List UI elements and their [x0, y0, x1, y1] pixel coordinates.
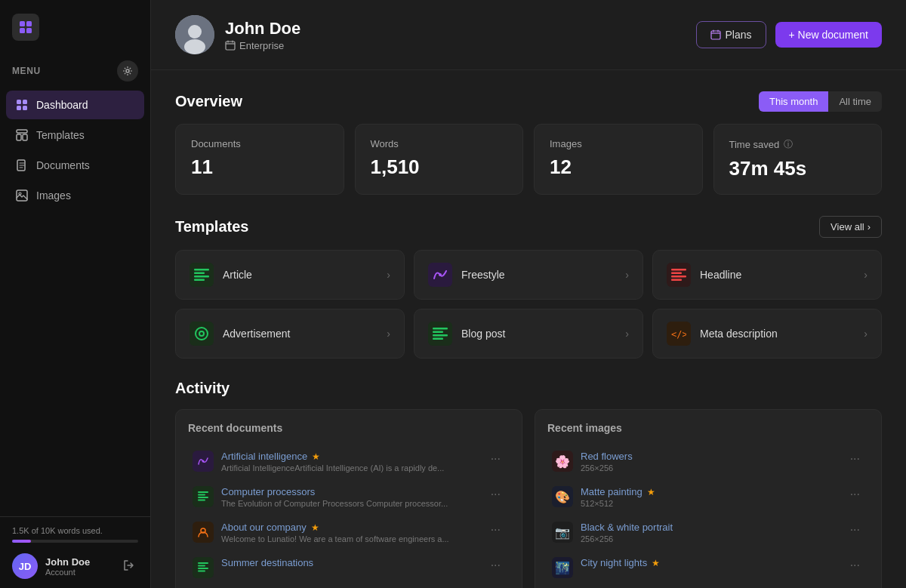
settings-button[interactable] [117, 60, 138, 82]
doc-item-summer[interactable]: Summer destinations ··· [188, 551, 510, 584]
sidebar-user-name: John Doe [45, 556, 112, 568]
template-card-advertisement[interactable]: Advertisement › [175, 309, 405, 359]
svg-rect-23 [194, 279, 205, 282]
img-item-city[interactable]: 🌃 City night lights ★ ··· [547, 551, 869, 584]
article-icon [190, 263, 214, 287]
documents-icon [15, 159, 29, 172]
img-flowers-more[interactable]: ··· [846, 451, 864, 467]
usage-bar [12, 540, 138, 543]
img-item-flowers[interactable]: 🌸 Red flowers 256×256 ··· [547, 445, 869, 479]
img-item-matte[interactable]: 🎨 Matte painting ★ 512×512 ··· [547, 480, 869, 514]
sidebar: MENU Dashboard [0, 0, 151, 588]
doc-ai-icon [193, 451, 214, 472]
freestyle-chevron: › [625, 269, 629, 281]
sidebar-item-images[interactable]: Images [6, 181, 144, 210]
img-flowers-meta: 256×256 [581, 463, 838, 473]
sidebar-item-images-label: Images [36, 189, 71, 202]
svg-point-30 [199, 331, 204, 336]
stat-card-images: Images 12 [534, 124, 703, 195]
freestyle-icon [428, 263, 452, 287]
stat-time-value: 37m 45s [729, 157, 867, 180]
templates-header: Templates View all › [175, 216, 882, 238]
sidebar-avatar: JD [12, 553, 38, 579]
template-card-article[interactable]: Article › [175, 250, 405, 300]
svg-rect-3 [26, 28, 32, 33]
svg-point-36 [202, 460, 205, 463]
doc-item-processors[interactable]: Computer processors The Evolution of Com… [188, 480, 510, 514]
img-matte-more[interactable]: ··· [846, 486, 864, 503]
templates-grid: Article › Freestyle › Headline [175, 250, 882, 359]
headline-icon [667, 263, 691, 287]
overview-title: Overview [175, 93, 242, 110]
img-city-more[interactable]: ··· [846, 557, 864, 574]
recent-images-label: Recent images [547, 422, 869, 434]
svg-rect-10 [17, 134, 21, 140]
svg-rect-5 [17, 100, 21, 104]
view-all-button[interactable]: View all › [819, 216, 882, 238]
img-item-portrait[interactable]: 📷 Black & white portrait 256×256 ··· [547, 516, 869, 550]
main-content: John Doe Enterprise Plans [151, 0, 906, 588]
doc-company-icon [193, 522, 214, 543]
sidebar-item-dashboard-label: Dashboard [36, 99, 88, 111]
svg-rect-20 [194, 269, 209, 271]
doc-company-more[interactable]: ··· [486, 522, 505, 538]
img-portrait-name: Black & white portrait [581, 522, 673, 533]
doc-summer-more[interactable]: ··· [486, 557, 505, 574]
img-portrait-more[interactable]: ··· [846, 522, 864, 538]
svg-rect-37 [198, 491, 208, 493]
svg-rect-32 [433, 331, 443, 334]
doc-processors-more[interactable]: ··· [486, 486, 505, 503]
template-card-blogpost[interactable]: Blog post › [414, 309, 643, 359]
article-chevron: › [387, 269, 390, 281]
doc-ai-more[interactable]: ··· [486, 451, 505, 467]
template-card-meta[interactable]: </> Meta description › [652, 309, 882, 359]
doc-company-name: About our company [221, 522, 307, 533]
doc-ai-star: ★ [312, 451, 320, 462]
template-article-name: Article [223, 269, 252, 281]
activity-title: Activity [175, 380, 230, 397]
sidebar-item-documents[interactable]: Documents [6, 151, 144, 180]
logout-button[interactable] [120, 556, 138, 577]
svg-rect-1 [26, 21, 32, 26]
template-card-freestyle[interactable]: Freestyle › [414, 250, 643, 300]
overview-toggle: This month All time [759, 91, 882, 112]
meta-chevron: › [864, 328, 867, 340]
stat-card-words: Words 1,510 [355, 124, 524, 195]
plans-button[interactable]: Plans [696, 21, 766, 48]
svg-rect-38 [198, 494, 205, 496]
blogpost-icon [428, 322, 452, 346]
logo-area [0, 0, 150, 54]
template-card-headline[interactable]: Headline › [652, 250, 882, 300]
sidebar-item-templates-label: Templates [36, 129, 85, 141]
svg-rect-45 [198, 571, 205, 572]
headline-chevron: › [864, 269, 867, 281]
menu-label: MENU [12, 66, 41, 76]
toggle-all-time[interactable]: All time [828, 91, 882, 112]
activity-header: Activity [175, 380, 882, 397]
doc-processors-name: Computer processors [221, 486, 315, 497]
header-user-name: John Doe [225, 19, 300, 38]
svg-rect-44 [198, 568, 208, 569]
toggle-this-month[interactable]: This month [759, 91, 828, 112]
svg-rect-39 [198, 497, 208, 498]
sidebar-item-dashboard[interactable]: Dashboard [6, 91, 144, 119]
doc-ai-desc: Artificial IntelligenceArtificial Intell… [221, 463, 479, 473]
doc-item-ai[interactable]: Artificial intelligence ★ Artificial Int… [188, 445, 510, 479]
new-document-button[interactable]: + New document [775, 22, 882, 48]
img-flowers-name: Red flowers [581, 451, 633, 462]
stat-card-time: Time saved ⓘ 37m 45s [713, 124, 883, 195]
svg-rect-0 [20, 21, 25, 26]
template-headline-name: Headline [700, 269, 741, 281]
stats-grid: Documents 11 Words 1,510 Images 12 Time … [175, 124, 882, 195]
doc-ai-name: Artificial intelligence [221, 451, 307, 462]
img-portrait-icon: 📷 [552, 522, 573, 543]
header-user-info: John Doe Enterprise [225, 19, 300, 51]
doc-item-company[interactable]: About our company ★ Welcome to Lunatio! … [188, 516, 510, 550]
user-row: JD John Doe Account [12, 553, 138, 579]
sidebar-item-templates[interactable]: Templates [6, 121, 144, 149]
usage-text: 1.5K of 10K words used. [12, 526, 138, 535]
header-avatar [175, 15, 214, 54]
svg-rect-2 [20, 28, 25, 33]
template-blogpost-name: Blog post [461, 328, 505, 340]
doc-company-desc: Welcome to Lunatio! We are a team of sof… [221, 534, 479, 543]
